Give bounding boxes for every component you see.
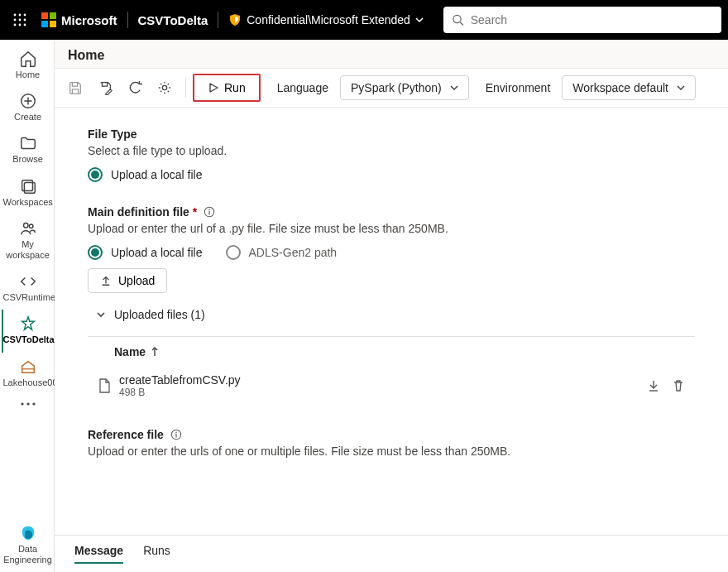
table-header[interactable]: Name [88,337,695,367]
left-nav: Home Create Browse Workspaces My workspa… [0,40,55,572]
svg-point-19 [162,85,166,89]
svg-point-17 [26,402,29,405]
refresh-button[interactable] [121,74,149,102]
upload-icon [100,275,112,286]
radio-label: Upload a local file [111,246,203,259]
col-name: Name [114,345,146,358]
toolbar: Run Language PySpark (Python) Environmen… [55,68,728,108]
divider [218,12,218,28]
chevron-down-icon [677,84,685,92]
search-input[interactable] [443,7,721,33]
svg-point-8 [24,24,26,26]
svg-point-2 [24,14,26,17]
settings-button[interactable] [151,74,179,102]
rail-label: Data Engineering [3,544,52,565]
required-asterisk: * [193,205,197,219]
svg-point-24 [175,432,177,434]
radio-unselected-icon [226,245,241,260]
svg-point-0 [14,14,17,17]
svg-point-16 [21,402,23,405]
rail-persona-dataeng[interactable]: Data Engineering [2,519,53,572]
filetype-option-local: Upload a local file [111,168,203,181]
svg-point-15 [29,224,33,228]
rail-csvtodelta[interactable]: CSVToDelta [2,310,53,352]
divider [185,78,186,98]
gear-icon [157,80,172,95]
table-row[interactable]: createTablefromCSV.py 498 B [88,367,695,405]
brand-name: Microsoft [61,13,117,27]
spark-icon [19,315,37,333]
bottom-tabbar: Message Runs [55,535,728,572]
ellipsis-icon [19,400,37,408]
rail-label: Browse [12,154,43,164]
uploaded-files-table: Name createTablefromCSV.py 498 B [88,336,695,405]
filetype-subtitle: Select a file type to upload. [88,144,695,157]
search-icon [452,13,464,26]
language-label: Language [277,81,328,94]
file-name: createTablefromCSV.py [119,373,241,387]
save-edit-icon [98,80,113,95]
info-icon[interactable] [170,429,182,440]
rail-myworkspace[interactable]: My workspace [2,214,53,267]
rail-browse[interactable]: Browse [2,129,53,171]
page-content: File Type Select a file type to upload. … [55,108,728,535]
maindef-subtitle: Upload or enter the url of a .py file. F… [88,222,695,235]
app-launcher[interactable] [7,7,33,33]
save-as-button[interactable] [91,74,119,102]
rail-label: CSVToDelta [3,334,55,344]
confidentiality-label: Confidential\Microsoft Extended [247,13,410,26]
rail-label: Lakehouse001 [3,377,63,387]
uploaded-files-header: Uploaded files (1) [114,308,205,321]
radio-selected-icon [88,245,103,260]
svg-point-7 [19,24,22,26]
svg-point-3 [14,19,17,22]
filetype-title: File Type [88,127,695,141]
rail-label: Create [14,112,41,122]
filetype-option-row[interactable]: Upload a local file [88,167,695,182]
environment-dropdown[interactable]: Workspace default [562,75,696,100]
tab-runs[interactable]: Runs [143,544,170,564]
reffile-title-text: Reference file [88,428,164,441]
search-field[interactable] [471,13,713,26]
breadcrumb-home[interactable]: Home [55,40,728,68]
home-icon [19,50,37,68]
rail-home[interactable]: Home [2,45,53,87]
svg-point-21 [208,209,210,211]
stack-icon [19,177,37,195]
rail-create[interactable]: Create [2,87,53,129]
maindef-option-local[interactable]: Upload a local file [88,245,203,260]
download-icon[interactable] [647,379,660,392]
code-icon [19,272,37,291]
divider [127,12,128,28]
maindef-option-adls[interactable]: ADLS-Gen2 path [226,245,338,260]
svg-point-4 [19,19,22,22]
refresh-icon [127,80,142,95]
shield-icon [228,13,242,26]
uploaded-files-toggle[interactable]: Uploaded files (1) [96,308,695,321]
language-value: PySpark (Python) [351,81,442,94]
microsoft-logo-icon [41,12,56,27]
info-icon[interactable] [204,206,215,218]
save-button[interactable] [61,74,89,102]
language-dropdown[interactable]: PySpark (Python) [340,75,469,100]
rail-lakehouse[interactable]: Lakehouse001 [2,353,53,395]
sort-asc-icon [151,347,159,357]
upload-label: Upload [118,274,155,287]
tab-message[interactable]: Message [74,544,123,564]
confidentiality-dropdown[interactable]: Confidential\Microsoft Extended [228,13,424,26]
svg-line-10 [460,22,463,26]
svg-rect-13 [24,182,35,193]
svg-point-14 [23,223,28,228]
run-button[interactable]: Run [196,76,257,99]
chevron-down-icon [450,84,458,92]
rail-label: CSVRuntime [3,292,56,302]
app-name: CSVToDelta [138,13,208,27]
play-icon [208,82,219,94]
rail-more[interactable] [2,395,53,416]
rail-workspaces[interactable]: Workspaces [2,172,53,214]
rail-csvruntime[interactable]: CSVRuntime [2,267,53,310]
svg-point-1 [19,14,22,17]
brand: Microsoft [41,12,117,27]
trash-icon[interactable] [672,379,685,392]
upload-button[interactable]: Upload [88,268,167,293]
